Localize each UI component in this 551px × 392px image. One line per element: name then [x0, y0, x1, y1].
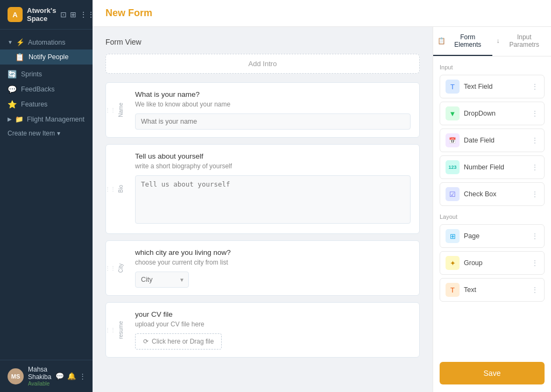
dropdown-icon: ▼ — [446, 106, 460, 120]
page-icon: ⊞ — [446, 229, 460, 243]
sidebar-item-features[interactable]: ⭐ Features — [0, 97, 93, 112]
sidebar-item-notify-people[interactable]: 📋 Notify People — [0, 49, 93, 65]
expand-arrow-icon: ▼ — [8, 39, 13, 45]
field-side-label-text: City — [118, 263, 124, 273]
element-text-field[interactable]: T Text Field ⋮ — [440, 75, 545, 98]
sidebar-item-label: Sprints — [21, 70, 42, 78]
more-options-icon[interactable]: ⋮ — [531, 163, 539, 172]
bell-icon[interactable]: 🔔 — [67, 372, 76, 380]
element-page[interactable]: ⊞ Page ⋮ — [440, 224, 545, 248]
form-field-city: ⋮⋮ City which city are you living now? c… — [105, 240, 420, 296]
sidebar-item-label: Automations — [28, 39, 65, 46]
sidebar-item-feedbacks[interactable]: 💬 FeedBacks — [0, 82, 93, 97]
more-options-icon[interactable]: ⋮ — [531, 190, 539, 198]
field-side-label-text: Bio — [118, 185, 124, 193]
avatar: MS — [8, 368, 24, 384]
workspace-name: Atwork's Space — [27, 6, 56, 23]
field-side-label: Bio — [115, 145, 126, 233]
panel-body: Input T Text Field ⋮ ▼ DropDown ⋮ 📅 Date… — [433, 56, 551, 354]
field-question: What is your name? — [135, 90, 411, 98]
field-description: We like to know about your name — [135, 101, 411, 108]
field-side-label: City — [115, 241, 126, 295]
form-field-resume: ⋮⋮ resume your CV file upload your CV fi… — [105, 302, 420, 358]
sidebar-header: Atwork's SpaceA Atwork's Space ⊡ ⊞ ⋮⋮ — [0, 0, 93, 30]
element-date-field[interactable]: 📅 Date Field ⋮ — [440, 129, 545, 152]
flight-icon: 📁 — [15, 115, 24, 123]
field-city-content: which city are you living now? choose yo… — [126, 241, 419, 295]
name-input[interactable] — [135, 113, 411, 130]
number-field-icon: 123 — [446, 160, 460, 174]
bio-textarea[interactable] — [135, 175, 411, 224]
features-icon: ⭐ — [8, 100, 17, 109]
app-logo: Atwork's SpaceA — [8, 7, 23, 22]
drag-handle[interactable]: ⋮⋮ — [106, 303, 115, 357]
field-question: Tell us about yourself — [135, 152, 411, 160]
element-label: Text — [464, 286, 527, 294]
drag-handle[interactable]: ⋮⋮ — [106, 145, 115, 233]
chevron-down-icon: ▾ — [57, 130, 60, 137]
layout-section-label: Layout — [440, 213, 545, 220]
more-options-icon[interactable]: ⋮ — [531, 82, 539, 91]
element-check-box[interactable]: ☑ Check Box ⋮ — [440, 182, 545, 206]
more-options-icon[interactable]: ⋮ — [531, 286, 539, 294]
copy-icon[interactable]: ⊡ — [60, 10, 67, 19]
main-body: Form View Add Intro ⋮⋮ Name What is your… — [93, 27, 551, 392]
element-number-field[interactable]: 123 Number Field ⋮ — [440, 155, 545, 179]
page-title: New Form — [105, 8, 152, 18]
sidebar-footer: MS Mahsa Shakiba Available 💬 🔔 ⋮ — [0, 360, 93, 392]
element-label: Text Field — [464, 83, 527, 90]
more-options-icon[interactable]: ⋮ — [531, 232, 539, 240]
user-info: Mahsa Shakiba Available — [28, 366, 51, 387]
field-question: which city are you living now? — [135, 248, 411, 256]
tab-input-parameters[interactable]: ↓ Input Parametrs — [492, 27, 552, 56]
input-params-icon: ↓ — [497, 37, 500, 45]
upload-label: Click here or Drag file — [152, 338, 214, 345]
drag-handle[interactable]: ⋮⋮ — [106, 83, 115, 137]
element-dropdown[interactable]: ▼ DropDown ⋮ — [440, 102, 545, 125]
add-icon[interactable]: ⊞ — [70, 10, 76, 19]
chat-icon[interactable]: 💬 — [55, 372, 64, 380]
city-select[interactable]: City — [135, 272, 189, 288]
sidebar-item-sprints[interactable]: 🔄 Sprints — [0, 67, 93, 82]
more-options-icon[interactable]: ⋮ — [531, 109, 539, 118]
sidebar-item-flight-management[interactable]: ▶ 📁 Flight Management — [0, 112, 93, 126]
sidebar-item-label: FeedBacks — [21, 85, 55, 93]
text-icon: T — [446, 283, 460, 297]
upload-button[interactable]: ⟳ Click here or Drag file — [135, 333, 222, 350]
element-label: DropDown — [464, 110, 527, 117]
sidebar-item-automations[interactable]: ▼ ⚡ Automations — [0, 35, 93, 49]
field-description: upload your CV file here — [135, 320, 411, 328]
element-group[interactable]: ✦ Group ⋮ — [440, 251, 545, 275]
element-label: Check Box — [464, 190, 527, 198]
more-icon[interactable]: ⋮ — [79, 372, 86, 380]
element-text[interactable]: T Text ⋮ — [440, 278, 545, 302]
save-button[interactable]: Save — [440, 362, 545, 384]
main-header: New Form — [93, 0, 551, 27]
field-description: choose your current city from list — [135, 259, 411, 266]
panel-tabs: 📋 Form Elements ↓ Input Parametrs — [433, 27, 551, 56]
element-label: Page — [464, 232, 527, 240]
sprints-icon: 🔄 — [8, 70, 17, 79]
feedbacks-icon: 💬 — [8, 85, 17, 94]
date-field-icon: 📅 — [446, 133, 460, 147]
drag-handle[interactable]: ⋮⋮ — [106, 241, 115, 295]
sidebar-item-label: Create new Item — [8, 130, 55, 137]
more-options-icon[interactable]: ⋮ — [531, 259, 539, 267]
user-name: Mahsa Shakiba — [28, 366, 51, 381]
sidebar-item-label: Flight Management — [27, 116, 84, 123]
main-content: New Form Form View Add Intro ⋮⋮ Name Wha… — [93, 0, 551, 392]
sidebar-item-label: Notify People — [29, 53, 68, 61]
group-icon: ✦ — [446, 256, 460, 270]
tab-form-elements[interactable]: 📋 Form Elements — [433, 27, 492, 56]
element-label: Group — [464, 259, 527, 267]
create-new-item[interactable]: Create new Item ▾ — [0, 126, 93, 140]
field-side-label-text: resume — [118, 321, 124, 339]
expand-arrow-icon: ▶ — [8, 116, 12, 122]
upload-icon: ⟳ — [143, 338, 149, 345]
form-field-name: ⋮⋮ Name What is your name? We like to kn… — [105, 82, 420, 138]
add-intro-button[interactable]: Add Intro — [105, 54, 420, 74]
form-area: Form View Add Intro ⋮⋮ Name What is your… — [93, 27, 433, 392]
field-side-label-text: Name — [118, 103, 124, 117]
more-options-icon[interactable]: ⋮ — [531, 136, 539, 145]
field-question: your CV file — [135, 310, 411, 318]
